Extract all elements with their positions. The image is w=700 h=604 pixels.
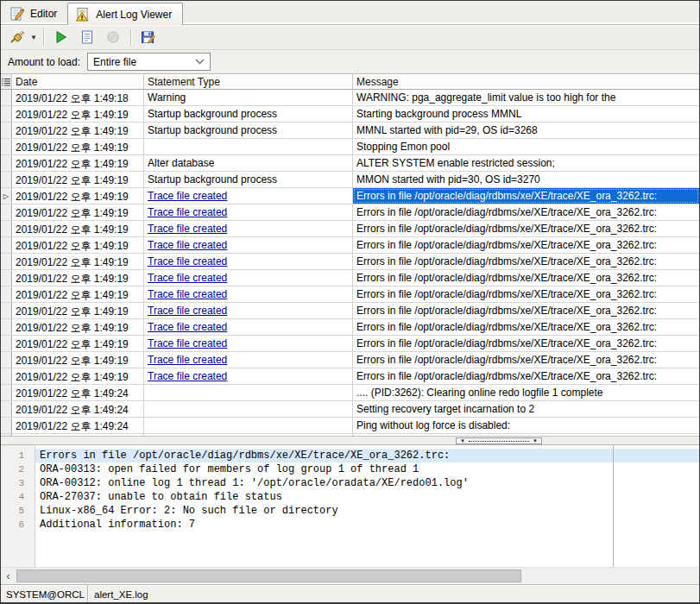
trace-file-link[interactable]: Trace file created bbox=[148, 354, 227, 366]
row-header[interactable] bbox=[1, 155, 12, 171]
cell-date[interactable]: 2019/01/22 오후 1:49:19 bbox=[12, 221, 144, 236]
cell-date[interactable]: 2019/01/22 오후 1:49:19 bbox=[12, 352, 144, 368]
row-header[interactable] bbox=[1, 352, 12, 368]
table-row[interactable]: 2019/01/22 오후 1:49:19Trace file createdE… bbox=[1, 254, 699, 270]
row-header[interactable] bbox=[1, 286, 12, 302]
row-header[interactable] bbox=[1, 368, 12, 384]
save-button[interactable] bbox=[137, 27, 160, 47]
row-header[interactable] bbox=[1, 336, 12, 351]
cell-message[interactable]: Ping without log force is disabled: bbox=[353, 418, 699, 433]
trace-file-link[interactable]: Trace file created bbox=[148, 223, 227, 235]
cell-message[interactable]: MMNL started with pid=29, OS id=3268 bbox=[353, 123, 699, 138]
table-row[interactable]: 2019/01/22 오후 1:49:19Startup background … bbox=[1, 123, 699, 139]
cell-message[interactable]: ALTER SYSTEM enable restricted session; bbox=[353, 155, 699, 171]
cell-statement-type[interactable]: Trace file created bbox=[144, 368, 353, 384]
table-row[interactable]: 2019/01/22 오후 1:49:24.... (PID:3262): Cl… bbox=[1, 385, 699, 401]
trace-file-link[interactable]: Trace file created bbox=[148, 272, 227, 284]
row-header[interactable] bbox=[1, 303, 12, 318]
cell-statement-type[interactable] bbox=[144, 418, 353, 433]
cell-date[interactable]: 2019/01/22 오후 1:49:19 bbox=[12, 368, 144, 384]
horizontal-scrollbar[interactable]: ‹ bbox=[1, 567, 699, 584]
cell-statement-type[interactable]: Trace file created bbox=[144, 303, 353, 318]
trace-file-link[interactable]: Trace file created bbox=[148, 190, 227, 202]
cell-statement-type[interactable]: Alter database bbox=[144, 155, 353, 171]
cell-statement-type[interactable]: Trace file created bbox=[144, 204, 353, 220]
cell-statement-type[interactable] bbox=[144, 401, 353, 417]
cell-statement-type[interactable]: Trace file created bbox=[144, 221, 353, 236]
tab-alert-log-viewer[interactable]: Alert Log Viewer bbox=[67, 3, 183, 25]
cell-message[interactable]: Errors in file /opt/oracle/diag/rdbms/xe… bbox=[353, 221, 699, 236]
tab-editor[interactable]: Editor bbox=[3, 3, 67, 24]
cell-statement-type[interactable]: Startup background process bbox=[144, 106, 353, 122]
message-detail-editor[interactable]: 123456 Errors in file /opt/oracle/diag/r… bbox=[1, 445, 699, 567]
connection-dropdown-arrow-icon[interactable]: ▼ bbox=[30, 34, 37, 41]
cell-statement-type[interactable]: Trace file created bbox=[144, 237, 353, 253]
cell-statement-type[interactable]: Trace file created bbox=[144, 319, 353, 335]
row-header[interactable] bbox=[1, 319, 12, 335]
splitter-collapse-widget[interactable]: ▼ ▼ bbox=[456, 437, 542, 444]
table-row[interactable]: 2019/01/22 오후 1:49:19Stopping Emon pool bbox=[1, 139, 699, 155]
cell-message[interactable]: Errors in file /opt/oracle/diag/rdbms/xe… bbox=[353, 352, 699, 368]
cell-date[interactable]: 2019/01/22 오후 1:49:19 bbox=[12, 254, 144, 269]
cell-statement-type[interactable] bbox=[144, 139, 353, 154]
column-header-date[interactable]: Date bbox=[12, 74, 144, 89]
cell-statement-type[interactable]: Trace file created bbox=[144, 336, 353, 351]
row-header[interactable] bbox=[1, 123, 12, 138]
table-row[interactable]: 2019/01/22 오후 1:49:19Trace file createdE… bbox=[1, 221, 699, 237]
grid-corner-button[interactable] bbox=[1, 74, 12, 89]
trace-file-link[interactable]: Trace file created bbox=[148, 337, 227, 349]
code-area[interactable]: Errors in file /opt/oracle/diag/rdbms/xe… bbox=[35, 445, 699, 567]
table-row[interactable]: 2019/01/22 오후 1:49:19Trace file createdE… bbox=[1, 237, 699, 254]
cell-date[interactable]: 2019/01/22 오후 1:49:19 bbox=[12, 303, 144, 318]
table-row[interactable]: ▷2019/01/22 오후 1:49:19Trace file created… bbox=[1, 188, 699, 204]
cell-date[interactable]: 2019/01/22 오후 1:49:19 bbox=[12, 237, 144, 253]
table-row[interactable]: 2019/01/22 오후 1:49:24Ping without log fo… bbox=[1, 418, 699, 434]
column-header-statement-type[interactable]: Statement Type bbox=[144, 74, 353, 89]
cell-date[interactable]: 2019/01/22 오후 1:49:19 bbox=[12, 106, 144, 122]
row-header[interactable] bbox=[1, 418, 12, 433]
trace-file-link[interactable]: Trace file created bbox=[148, 288, 227, 300]
cell-date[interactable]: 2019/01/22 오후 1:49:19 bbox=[12, 204, 144, 220]
row-header[interactable] bbox=[1, 172, 12, 187]
cell-date[interactable]: 2019/01/22 오후 1:49:19 bbox=[12, 319, 144, 335]
cell-message[interactable]: WARNING: pga_aggregate_limit value is to… bbox=[353, 90, 699, 105]
row-header[interactable] bbox=[1, 90, 12, 105]
cell-statement-type[interactable] bbox=[144, 385, 353, 400]
table-row[interactable]: 2019/01/22 오후 1:49:19Trace file createdE… bbox=[1, 319, 699, 336]
trace-file-link[interactable]: Trace file created bbox=[148, 321, 227, 333]
selected-row-marker[interactable]: ▷ bbox=[1, 188, 12, 204]
cell-message[interactable]: Errors in file /opt/oracle/diag/rdbms/xe… bbox=[353, 270, 699, 286]
refresh-button[interactable] bbox=[50, 27, 73, 47]
table-row[interactable]: 2019/01/22 오후 1:49:19Trace file createdE… bbox=[1, 270, 699, 286]
row-header[interactable] bbox=[1, 254, 12, 269]
table-row[interactable]: 2019/01/22 오후 1:49:19Trace file createdE… bbox=[1, 368, 699, 385]
connection-button[interactable] bbox=[6, 27, 28, 47]
row-header[interactable] bbox=[1, 106, 12, 122]
cell-statement-type[interactable]: Trace file created bbox=[144, 286, 353, 302]
cell-date[interactable]: 2019/01/22 오후 1:49:19 bbox=[12, 155, 144, 171]
cell-date[interactable]: 2019/01/22 오후 1:49:24 bbox=[12, 401, 144, 417]
cell-statement-type[interactable]: Warning bbox=[144, 90, 353, 105]
cell-message[interactable]: Setting recovery target incarnation to 2 bbox=[353, 401, 699, 417]
amount-to-load-select[interactable]: Entire file bbox=[87, 53, 211, 71]
scrollbar-thumb[interactable] bbox=[16, 569, 521, 582]
row-header[interactable] bbox=[1, 385, 12, 400]
cell-date[interactable]: 2019/01/22 오후 1:49:19 bbox=[12, 270, 144, 286]
cell-message[interactable]: Errors in file /opt/oracle/diag/rdbms/xe… bbox=[353, 254, 699, 269]
row-header[interactable] bbox=[1, 221, 12, 236]
cell-date[interactable]: 2019/01/22 오후 1:49:24 bbox=[12, 418, 144, 433]
row-header[interactable] bbox=[1, 139, 12, 154]
cell-message[interactable]: .... (PID:3262): Clearing online redo lo… bbox=[353, 385, 699, 400]
table-row[interactable]: 2019/01/22 오후 1:49:19Trace file createdE… bbox=[1, 204, 699, 221]
cell-statement-type[interactable]: Startup background process bbox=[144, 123, 353, 138]
cell-message[interactable]: Errors in file /opt/oracle/diag/rdbms/xe… bbox=[353, 188, 699, 204]
cell-message[interactable]: Errors in file /opt/oracle/diag/rdbms/xe… bbox=[353, 336, 699, 351]
trace-file-link[interactable]: Trace file created bbox=[148, 239, 227, 251]
cell-statement-type[interactable]: Trace file created bbox=[144, 254, 353, 269]
cell-statement-type[interactable]: Trace file created bbox=[144, 352, 353, 368]
trace-file-link[interactable]: Trace file created bbox=[148, 370, 227, 382]
cell-message[interactable]: Errors in file /opt/oracle/diag/rdbms/xe… bbox=[353, 237, 699, 253]
scroll-left-arrow-icon[interactable]: ‹ bbox=[1, 568, 16, 584]
row-header[interactable] bbox=[1, 237, 12, 253]
trace-file-link[interactable]: Trace file created bbox=[148, 206, 227, 218]
